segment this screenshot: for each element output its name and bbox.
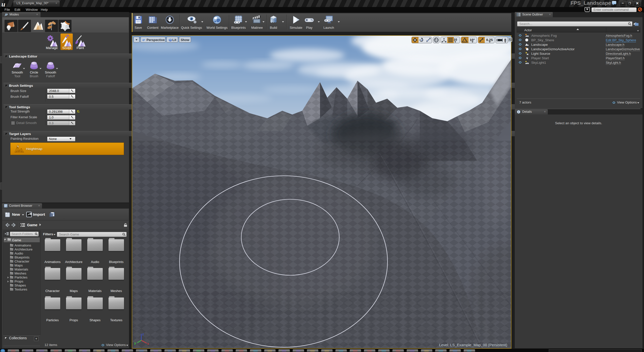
svg-text:10°: 10°	[470, 38, 475, 42]
svg-text:Level: LS_Example_Map_00 (Per: Level: LS_Example_Map_00 (Persistent)	[439, 343, 507, 347]
svg-text:8: 8	[504, 38, 506, 42]
svg-text:i: i	[518, 110, 519, 113]
svg-text:x: x	[147, 342, 149, 346]
svg-text:z: z	[142, 332, 144, 336]
svg-text:y: y	[134, 341, 136, 345]
svg-text:10: 10	[454, 38, 457, 42]
svg-text:0.25: 0.25	[486, 38, 493, 42]
